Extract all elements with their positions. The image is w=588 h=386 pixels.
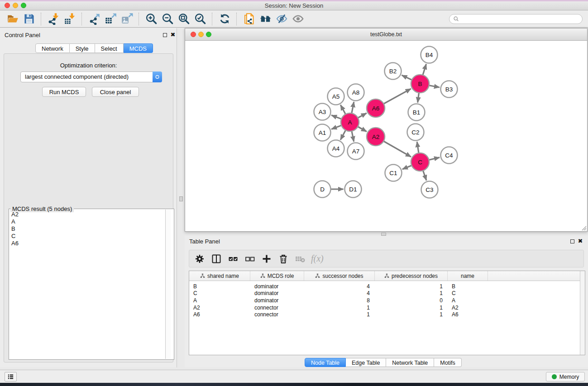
node-B4[interactable]: B4 bbox=[421, 47, 438, 63]
cell-successor-nodes[interactable]: 4 bbox=[304, 283, 375, 290]
gear-icon[interactable] bbox=[193, 252, 206, 266]
cell-name[interactable]: A6 bbox=[448, 311, 488, 318]
node-C[interactable]: C bbox=[411, 153, 429, 171]
result-item[interactable]: A6 bbox=[10, 240, 165, 247]
cell-successor-nodes[interactable]: 4 bbox=[304, 290, 375, 296]
cell-shared-name[interactable]: C bbox=[189, 290, 250, 296]
import-network-icon[interactable] bbox=[45, 12, 62, 26]
table-row[interactable]: Cdominator41C bbox=[189, 290, 585, 297]
node-A3[interactable]: A3 bbox=[314, 104, 331, 120]
export-image-icon[interactable] bbox=[119, 12, 135, 26]
export-table-icon[interactable] bbox=[102, 12, 119, 26]
network-maximize-traffic-light[interactable] bbox=[206, 32, 211, 37]
node-C3[interactable]: C3 bbox=[421, 181, 438, 198]
result-item[interactable]: B bbox=[10, 225, 165, 233]
run-mcds-button[interactable]: Run MCDS bbox=[42, 87, 86, 97]
cell-shared-name[interactable]: A6 bbox=[189, 311, 250, 318]
houses-icon[interactable] bbox=[257, 12, 273, 26]
cell-successor-nodes[interactable]: 1 bbox=[304, 311, 375, 318]
table-panel-close-button[interactable]: ✖ bbox=[577, 238, 584, 245]
tab-select[interactable]: Select bbox=[95, 43, 124, 53]
split-panel-icon[interactable] bbox=[210, 252, 223, 266]
deselect-checkboxes-icon[interactable] bbox=[243, 252, 257, 266]
maximize-traffic-light[interactable] bbox=[21, 3, 26, 8]
node-B2[interactable]: B2 bbox=[385, 63, 402, 80]
node-A2[interactable]: A2 bbox=[367, 128, 385, 146]
node-A6[interactable]: A6 bbox=[367, 99, 385, 117]
result-list-scrollbar[interactable] bbox=[165, 210, 171, 359]
search-box[interactable] bbox=[449, 14, 583, 24]
cell-shared-name[interactable]: B bbox=[189, 283, 250, 290]
select-all-checkboxes-icon[interactable] bbox=[226, 252, 240, 266]
column-header-name[interactable]: name bbox=[448, 271, 488, 281]
node-C2[interactable]: C2 bbox=[407, 124, 424, 141]
node-B1[interactable]: B1 bbox=[408, 104, 425, 121]
horizontal-splitter-grip[interactable] bbox=[381, 233, 386, 236]
cell-MCDS-role[interactable]: connector bbox=[250, 305, 304, 311]
node-A1[interactable]: A1 bbox=[314, 124, 331, 141]
node-A5[interactable]: A5 bbox=[328, 88, 344, 105]
table-row[interactable]: Adominator80A bbox=[189, 297, 585, 304]
table-panel-float-button[interactable] bbox=[570, 239, 574, 243]
column-header-MCDS-role[interactable]: MCDS role bbox=[250, 271, 304, 281]
zoom-out-icon[interactable] bbox=[159, 12, 176, 26]
zoom-in-icon[interactable] bbox=[143, 12, 159, 26]
cell-MCDS-role[interactable]: dominator bbox=[250, 290, 304, 296]
cell-name[interactable]: A2 bbox=[448, 305, 488, 311]
column-header-shared-name[interactable]: shared name bbox=[189, 271, 250, 281]
cell-predecessor-nodes[interactable]: 1 bbox=[375, 283, 448, 290]
cell-name[interactable]: B bbox=[448, 283, 488, 290]
refresh-layout-icon[interactable] bbox=[216, 12, 233, 26]
result-item[interactable]: C bbox=[10, 233, 165, 240]
node-B3[interactable]: B3 bbox=[441, 81, 458, 98]
add-column-icon[interactable] bbox=[260, 252, 273, 266]
cell-predecessor-nodes[interactable]: 0 bbox=[375, 297, 448, 304]
tab-mcds[interactable]: MCDS bbox=[124, 43, 153, 53]
cell-MCDS-role[interactable]: dominator bbox=[250, 297, 304, 304]
control-panel-float-button[interactable] bbox=[163, 33, 167, 37]
table-row[interactable]: A2connector11A2 bbox=[189, 304, 585, 311]
tab-network[interactable]: Network bbox=[35, 43, 70, 53]
export-network-icon[interactable] bbox=[86, 12, 102, 26]
node-A[interactable]: A bbox=[341, 113, 359, 131]
vertical-splitter-grip[interactable] bbox=[179, 196, 183, 201]
table-scrollbar[interactable] bbox=[580, 271, 585, 355]
control-panel-close-button[interactable]: ✖ bbox=[169, 31, 177, 38]
table-tab-network-table[interactable]: Network Table bbox=[386, 358, 434, 367]
folder-open-icon[interactable] bbox=[5, 12, 21, 26]
result-item[interactable]: A2 bbox=[10, 211, 165, 218]
table-tab-motifs[interactable]: Motifs bbox=[434, 358, 461, 367]
cell-MCDS-role[interactable]: dominator bbox=[250, 283, 304, 290]
column-header-predecessor-nodes[interactable]: predecessor nodes bbox=[375, 271, 448, 281]
node-A7[interactable]: A7 bbox=[348, 143, 364, 160]
search-input[interactable] bbox=[462, 15, 578, 23]
network-minimize-traffic-light[interactable] bbox=[198, 32, 204, 37]
table-tab-edge-table[interactable]: Edge Table bbox=[346, 358, 386, 367]
node-A8[interactable]: A8 bbox=[348, 84, 364, 101]
minimize-traffic-light[interactable] bbox=[13, 3, 18, 8]
cell-MCDS-role[interactable]: connector bbox=[250, 311, 304, 318]
result-item[interactable]: A bbox=[10, 218, 165, 225]
import-table-icon[interactable] bbox=[62, 12, 78, 26]
table-tab-node-table[interactable]: Node Table bbox=[305, 358, 346, 367]
cell-predecessor-nodes[interactable]: 1 bbox=[375, 311, 448, 318]
zoom-selected-icon[interactable] bbox=[192, 12, 208, 26]
cell-predecessor-nodes[interactable]: 1 bbox=[375, 305, 448, 311]
list-icon[interactable] bbox=[5, 372, 17, 381]
new-network-file-icon[interactable] bbox=[241, 12, 257, 26]
cell-name[interactable]: A bbox=[448, 297, 488, 304]
cell-successor-nodes[interactable]: 1 bbox=[304, 305, 375, 311]
network-canvas[interactable]: B4B2BB3A8A5A6A3B1AA1C2A2A4A7C4CC1C3DD1 bbox=[185, 41, 586, 231]
memory-button[interactable]: Memory bbox=[546, 372, 585, 381]
resize-grip-icon[interactable] bbox=[580, 224, 587, 231]
delete-column-icon[interactable] bbox=[277, 252, 290, 266]
node-D[interactable]: D bbox=[314, 181, 331, 198]
close-traffic-light[interactable] bbox=[5, 3, 10, 8]
criterion-dropdown[interactable]: largest connected component (directed) bbox=[20, 71, 162, 82]
hide-eye-icon[interactable] bbox=[273, 12, 290, 26]
cell-name[interactable]: C bbox=[448, 290, 488, 296]
node-C4[interactable]: C4 bbox=[441, 147, 458, 164]
cell-shared-name[interactable]: A bbox=[189, 297, 250, 304]
table-row[interactable]: Bdominator41B bbox=[189, 283, 585, 290]
cell-successor-nodes[interactable]: 8 bbox=[304, 297, 375, 304]
